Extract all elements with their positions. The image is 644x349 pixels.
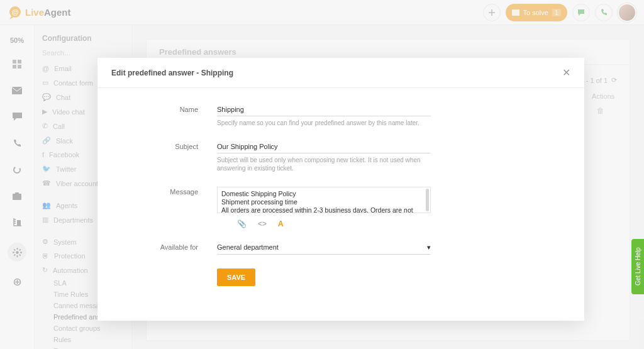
format-icon[interactable]: A [278,219,284,228]
modal-header: Edit predefined answer - Shipping ✕ [97,58,584,88]
save-button[interactable]: SAVE [217,269,255,286]
edit-modal: Edit predefined answer - Shipping ✕ Name… [97,58,584,321]
available-label: Available for [97,242,217,255]
available-select[interactable]: General department ▾ [217,242,431,255]
subject-input[interactable] [217,141,431,153]
name-hint: Specify name so you can find your predef… [217,119,431,128]
subject-label: Subject [97,141,217,173]
message-editor[interactable]: Domestic Shipping Policy Shipment proces… [217,187,431,213]
subject-hint: Subject will be used only when composing… [217,156,431,173]
modal-body: Name Specify name so you can find your p… [97,88,584,321]
modal-close-button[interactable]: ✕ [562,67,570,79]
get-help-tab[interactable]: Get Live Help [631,239,644,294]
chevron-down-icon: ▾ [427,243,431,252]
code-icon[interactable]: <> [258,219,267,228]
editor-toolbar: 📎 <> A [217,213,431,228]
message-label: Message [97,187,217,228]
modal-title: Edit predefined answer - Shipping [111,69,233,77]
attachment-icon[interactable]: 📎 [237,219,247,228]
name-input[interactable] [217,104,431,116]
name-label: Name [97,104,217,128]
